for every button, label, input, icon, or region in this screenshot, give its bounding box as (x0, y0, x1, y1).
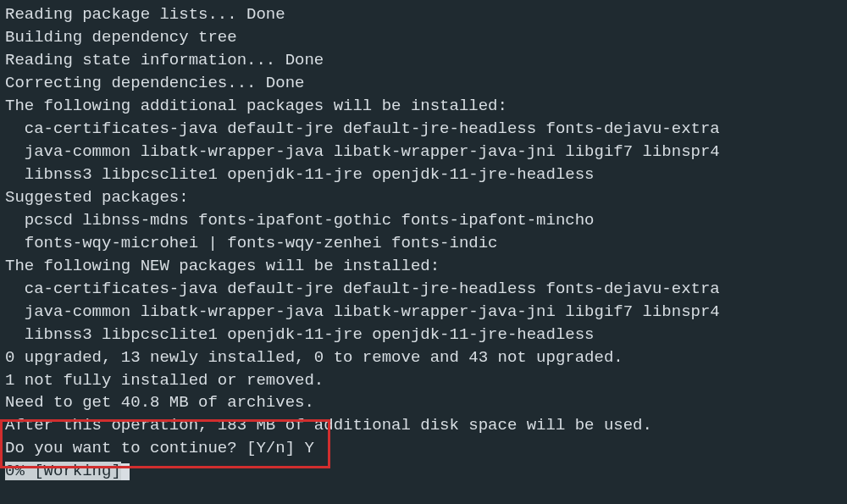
terminal-line: java-common libatk-wrapper-java libatk-w… (5, 141, 847, 163)
terminal-line: After this operation, 183 MB of addition… (5, 414, 847, 437)
terminal-line: libnss3 libpcsclite1 openjdk-11-jre open… (5, 324, 847, 346)
terminal-line: 1 not fully installed or removed. (5, 369, 847, 392)
terminal-line: The following additional packages will b… (5, 95, 847, 118)
terminal-line: Reading state information... Done (5, 49, 847, 72)
cursor (121, 463, 130, 480)
terminal-line: ca-certificates-java default-jre default… (5, 278, 847, 301)
terminal-line: 0 upgraded, 13 newly installed, 0 to rem… (5, 346, 847, 369)
terminal-line: Building dependency tree (5, 26, 847, 49)
terminal-line: fonts-wqy-microhei | fonts-wqy-zenhei fo… (5, 232, 847, 255)
terminal-line: Need to get 40.8 MB of archives. (5, 391, 847, 414)
terminal-line: Reading package lists... Done (5, 3, 847, 26)
terminal-line: Suggested packages: (5, 186, 847, 209)
progress-indicator: 0% [Working] (5, 462, 121, 480)
continue-prompt[interactable]: Do you want to continue? [Y/n] Y (5, 437, 847, 460)
progress-line: 0% [Working] (5, 460, 847, 483)
terminal-line: ca-certificates-java default-jre default… (5, 118, 847, 141)
terminal-line: Correcting dependencies... Done (5, 72, 847, 95)
terminal-line: pcscd libnss-mdns fonts-ipafont-gothic f… (5, 209, 847, 232)
terminal-line: libnss3 libpcsclite1 openjdk-11-jre open… (5, 163, 847, 186)
terminal-line: java-common libatk-wrapper-java libatk-w… (5, 301, 847, 324)
terminal-line: The following NEW packages will be insta… (5, 255, 847, 278)
